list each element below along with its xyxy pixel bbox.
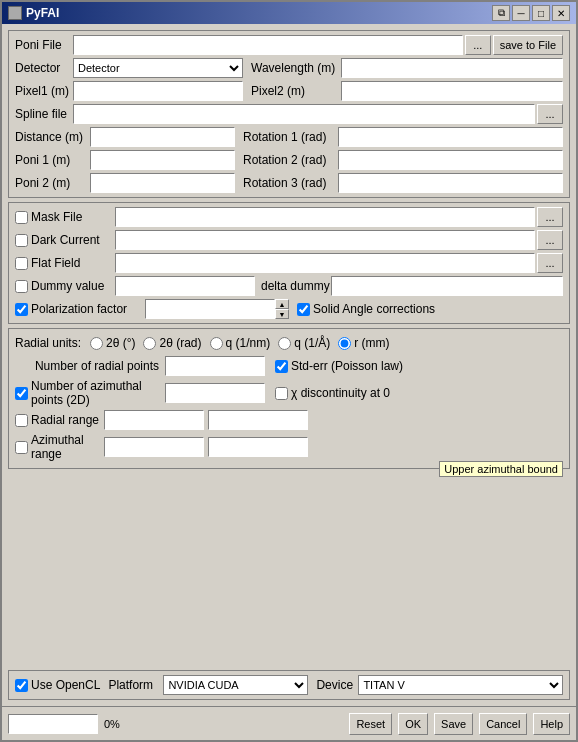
- dummy-label: Dummy value: [31, 279, 104, 293]
- radio-q-A[interactable]: [278, 337, 291, 350]
- dark-checkbox-label[interactable]: Dark Current: [15, 233, 115, 247]
- cancel-button[interactable]: Cancel: [479, 713, 527, 735]
- ok-button[interactable]: OK: [398, 713, 428, 735]
- radio-r-mm-text: r (mm): [354, 336, 389, 350]
- detector-select[interactable]: Detector: [73, 58, 243, 78]
- rot2-input[interactable]: -0.00331252162112: [338, 150, 563, 170]
- radio-2theta-rad[interactable]: [143, 337, 156, 350]
- tooltip-container: Upper azimuthal bound: [439, 461, 563, 477]
- rot1-input[interactable]: 0.00697431586749: [338, 127, 563, 147]
- radio-q-A-text: q (1/Å): [294, 336, 330, 350]
- poni-label: Poni File: [15, 38, 73, 52]
- delta-dummy-input[interactable]: [331, 276, 563, 296]
- pixel-row: Pixel1 (m) 5.1679e-05 Pixel2 (m) 5.1265e…: [15, 81, 563, 101]
- radial-range-max[interactable]: [208, 410, 308, 430]
- radial-range-checkbox-label[interactable]: Radial range: [15, 413, 100, 427]
- polarization-spin-up[interactable]: ▲: [275, 299, 289, 309]
- dark-label: Dark Current: [31, 233, 100, 247]
- radial-range-checkbox[interactable]: [15, 414, 28, 427]
- spline-input[interactable]: rce/usage/cookbook/F_K4320T_Cam43_300120…: [73, 104, 535, 124]
- opencl-row: Use OpenCL Platform NVIDIA CUDA Device T…: [15, 675, 563, 695]
- solid-angle-label: Solid Angle corrections: [313, 302, 435, 316]
- radio-q-A-label[interactable]: q (1/Å): [278, 336, 330, 350]
- azimuthal-range-max[interactable]: [208, 437, 308, 457]
- radio-r-mm-label[interactable]: r (mm): [338, 336, 389, 350]
- poni2-row: Poni 2 (m) 0.0555160034482 Rotation 3 (r…: [15, 173, 563, 193]
- distance-label: Distance (m): [15, 130, 90, 144]
- std-err-checkbox[interactable]: [275, 360, 288, 373]
- chi-disc-checkbox[interactable]: [275, 387, 288, 400]
- polarization-checkbox[interactable]: [15, 303, 28, 316]
- polarization-spin-down[interactable]: ▼: [275, 309, 289, 319]
- reset-button[interactable]: Reset: [349, 713, 392, 735]
- spline-browse-button[interactable]: ...: [537, 104, 563, 124]
- mask-input[interactable]: [115, 207, 535, 227]
- dark-row: Dark Current ...: [15, 230, 563, 250]
- radial-points-input[interactable]: 1000: [165, 356, 265, 376]
- poni-input[interactable]: 0/pyFAI/doc/source/usage/cookbook/LaB6_2…: [73, 35, 463, 55]
- chi-disc-checkbox-label[interactable]: χ discontinuity at 0: [275, 386, 390, 400]
- rot3-input[interactable]: -4.98632051492e-10: [338, 173, 563, 193]
- mask-checkbox-label[interactable]: Mask File: [15, 210, 115, 224]
- close-button[interactable]: ✕: [552, 5, 570, 21]
- dummy-checkbox[interactable]: [15, 280, 28, 293]
- content-area: Poni File 0/pyFAI/doc/source/usage/cookb…: [2, 24, 576, 706]
- azimuthal-range-checkbox-label[interactable]: Azimuthal range: [15, 433, 100, 461]
- radio-r-mm[interactable]: [338, 337, 351, 350]
- title-bar-left: PyFAI: [8, 6, 59, 20]
- help-button[interactable]: Help: [533, 713, 570, 735]
- minimize-button[interactable]: ─: [512, 5, 530, 21]
- radio-2theta-rad-label[interactable]: 2θ (rad): [143, 336, 201, 350]
- dark-input[interactable]: [115, 230, 535, 250]
- polarization-input[interactable]: 0.99: [145, 299, 275, 319]
- device-select[interactable]: TITAN V: [358, 675, 563, 695]
- wavelength-input[interactable]: 4.21714957131e-11: [341, 58, 563, 78]
- dark-browse-button[interactable]: ...: [537, 230, 563, 250]
- pixel1-input[interactable]: 5.1679e-05: [73, 81, 243, 101]
- radial-range-min[interactable]: [104, 410, 204, 430]
- device-label: Device: [316, 678, 358, 692]
- poni1-input[interactable]: 0.05394843456: [90, 150, 235, 170]
- poni2-input[interactable]: 0.0555160034482: [90, 173, 235, 193]
- std-err-checkbox-label[interactable]: Std-err (Poisson law): [275, 359, 403, 373]
- opencl-checkbox-label[interactable]: Use OpenCL: [15, 678, 100, 692]
- radio-q-nm-label[interactable]: q (1/nm): [210, 336, 271, 350]
- maximize-button[interactable]: □: [532, 5, 550, 21]
- solid-angle-checkbox-label[interactable]: Solid Angle corrections: [297, 302, 435, 316]
- polarization-row: Polarization factor 0.99 ▲ ▼ Solid Angle…: [15, 299, 563, 319]
- flat-checkbox[interactable]: [15, 257, 28, 270]
- azimuthal-points-checkbox[interactable]: [15, 387, 28, 400]
- opencl-section: Use OpenCL Platform NVIDIA CUDA Device T…: [8, 670, 570, 700]
- poni2-label: Poni 2 (m): [15, 176, 90, 190]
- restore-button[interactable]: ⧉: [492, 5, 510, 21]
- dummy-input[interactable]: [115, 276, 255, 296]
- flat-checkbox-label[interactable]: Flat Field: [15, 256, 115, 270]
- opencl-checkbox[interactable]: [15, 679, 28, 692]
- azimuthal-range-min[interactable]: [104, 437, 204, 457]
- radio-2theta-deg-label[interactable]: 2θ (°): [90, 336, 135, 350]
- polarization-checkbox-label[interactable]: Polarization factor: [15, 302, 145, 316]
- mask-browse-button[interactable]: ...: [537, 207, 563, 227]
- radio-2theta-rad-text: 2θ (rad): [159, 336, 201, 350]
- flat-input[interactable]: [115, 253, 535, 273]
- dark-checkbox[interactable]: [15, 234, 28, 247]
- mask-checkbox[interactable]: [15, 211, 28, 224]
- polarization-spin-buttons: ▲ ▼: [275, 299, 289, 319]
- solid-angle-checkbox[interactable]: [297, 303, 310, 316]
- pixel2-input[interactable]: 5.1265e-05: [341, 81, 563, 101]
- platform-select[interactable]: NVIDIA CUDA: [163, 675, 308, 695]
- distance-input[interactable]: 0.118220810284: [90, 127, 235, 147]
- flat-browse-button[interactable]: ...: [537, 253, 563, 273]
- azimuthal-range-checkbox[interactable]: [15, 441, 28, 454]
- dummy-checkbox-label[interactable]: Dummy value: [15, 279, 115, 293]
- poni-browse-button[interactable]: ...: [465, 35, 491, 55]
- save-to-file-button[interactable]: save to File: [493, 35, 563, 55]
- save-button[interactable]: Save: [434, 713, 473, 735]
- radio-2theta-deg[interactable]: [90, 337, 103, 350]
- opencl-label: Use OpenCL: [31, 678, 100, 692]
- radio-q-nm[interactable]: [210, 337, 223, 350]
- azimuthal-points-checkbox-label[interactable]: Number of azimuthal points (2D): [15, 379, 165, 407]
- title-bar-buttons: ⧉ ─ □ ✕: [492, 5, 570, 21]
- progress-bar: [8, 714, 98, 734]
- azimuthal-points-input[interactable]: [165, 383, 265, 403]
